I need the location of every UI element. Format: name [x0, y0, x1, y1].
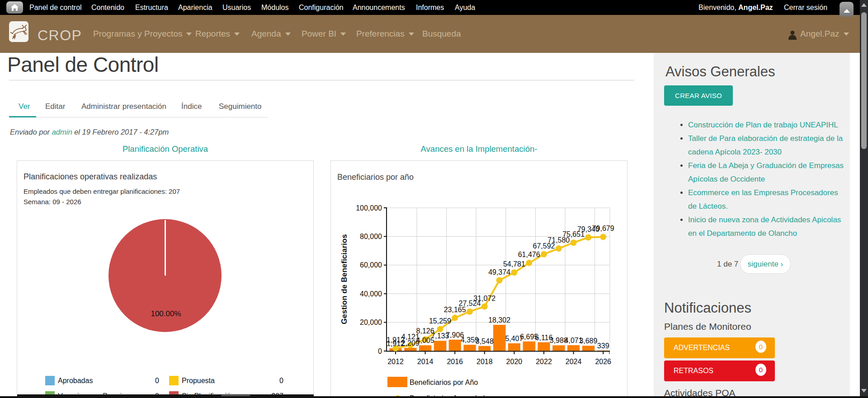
svg-text:Beneficiarios por Año: Beneficiarios por Año	[410, 379, 478, 386]
svg-text:Gestion de Beneficiarios: Gestion de Beneficiarios	[340, 234, 349, 324]
svg-text:49,374: 49,374	[488, 268, 510, 276]
svg-text:15,259: 15,259	[429, 317, 451, 325]
svg-text:2026: 2026	[595, 358, 611, 365]
svg-text:2016: 2016	[447, 358, 463, 365]
svg-text:0: 0	[378, 347, 382, 355]
svg-text:80,000: 80,000	[360, 233, 382, 240]
svg-text:2018: 2018	[476, 358, 493, 365]
svg-text:2012: 2012	[387, 358, 404, 365]
svg-text:54,781: 54,781	[503, 260, 525, 268]
svg-text:40,000: 40,000	[360, 290, 382, 298]
svg-text:2020: 2020	[506, 358, 523, 365]
svg-text:18,302: 18,302	[488, 316, 510, 324]
svg-text:2024: 2024	[566, 358, 582, 365]
svg-text:100,000: 100,000	[356, 204, 382, 212]
svg-text:3,689: 3,689	[579, 337, 597, 345]
svg-text:8,126: 8,126	[416, 327, 434, 335]
svg-text:60,000: 60,000	[360, 261, 382, 269]
svg-text:2014: 2014	[417, 358, 434, 365]
svg-text:61,476: 61,476	[518, 251, 540, 258]
svg-text:3,548: 3,548	[476, 337, 494, 345]
svg-text:2022: 2022	[536, 358, 552, 365]
svg-text:339: 339	[597, 342, 609, 350]
svg-text:20,000: 20,000	[360, 318, 382, 326]
svg-text:31,072: 31,072	[473, 295, 495, 302]
svg-text:79,679: 79,679	[592, 225, 614, 232]
